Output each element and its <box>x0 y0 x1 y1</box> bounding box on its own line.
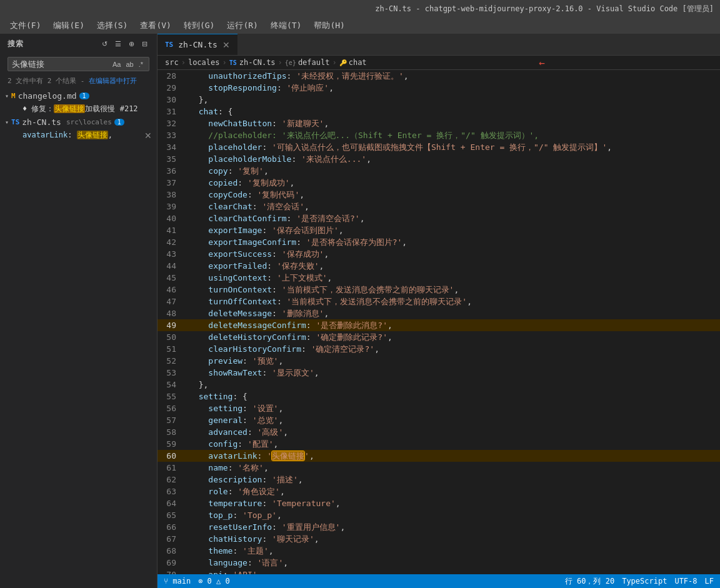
default-icon: {e} <box>285 59 296 66</box>
line-num-34: 34 <box>158 141 184 153</box>
breadcrumb-src[interactable]: src <box>165 58 179 67</box>
menu-run[interactable]: 运行(R) <box>222 19 262 32</box>
changelog-badge: 1 <box>79 92 89 99</box>
tab-label: zh-CN.ts <box>178 40 218 49</box>
line-num-52: 52 <box>158 355 184 367</box>
code-line-43: 43 exportSuccess: '保存成功', <box>158 248 720 260</box>
zhcn-filepath: src\locales <box>66 118 112 126</box>
match-word-button[interactable]: ab <box>124 60 135 69</box>
code-content-64: temperature: 'Temperature', <box>184 497 720 509</box>
menu-view[interactable]: 查看(V) <box>135 19 176 32</box>
breadcrumb-locales[interactable]: locales <box>188 58 220 67</box>
code-content-35: placeholderMobile: '来说点什么...', <box>184 153 720 165</box>
breadcrumb-default[interactable]: {e} default <box>285 58 330 67</box>
breadcrumb-zhcn[interactable]: zh-CN.ts <box>239 58 276 67</box>
code-line-67: 67 chatHistory: '聊天记录', <box>158 533 720 545</box>
code-line-35: 35 placeholderMobile: '来说点什么...', <box>158 153 720 165</box>
clear-results-button[interactable]: ☰ <box>113 39 123 49</box>
code-content-46: turnOnContext: '当前模式下，发送消息会携带之前的聊天记录', <box>184 284 720 296</box>
status-branch[interactable]: ⑂ main <box>164 577 191 586</box>
code-editor[interactable]: 28 unauthorizedTips: '未经授权，请先进行验证。', 29 … <box>158 70 720 574</box>
code-line-56: 56 setting: '设置', <box>158 402 720 414</box>
changelog-file-header[interactable]: ▾ M changelog.md 1 <box>0 89 157 102</box>
code-line-37: 37 copied: '复制成功', <box>158 177 720 189</box>
code-content-40: clearChatConfirm: '是否清空会话?', <box>184 212 720 224</box>
breadcrumb-sep-3: › <box>278 58 282 67</box>
line-num-70: 70 <box>158 569 184 574</box>
line-num-39: 39 <box>158 201 184 212</box>
code-content-32: newChatButton: '新建聊天', <box>184 117 720 129</box>
line-num-47: 47 <box>158 296 184 307</box>
code-line-63: 63 role: '角色设定', <box>158 486 720 497</box>
code-content-52: preview: '预览', <box>184 355 720 367</box>
breadcrumb-ts-icon: TS <box>229 59 237 66</box>
code-line-47: 47 turnOffContext: '当前模式下，发送消息不会携带之前的聊天记… <box>158 296 720 307</box>
menu-goto[interactable]: 转到(G) <box>179 19 219 32</box>
tab-close-button[interactable]: ✕ <box>222 41 230 49</box>
line-num-49: 49 <box>158 319 184 331</box>
line-num-45: 45 <box>158 272 184 284</box>
changelog-result[interactable]: ♦ 修复：头像链接加载很慢 #212 <box>0 102 157 116</box>
code-line-55: 55 setting: { <box>158 391 720 402</box>
code-line-70: 70 api: 'API', <box>158 569 720 574</box>
code-line-36: 36 copy: '复制', <box>158 165 720 177</box>
menu-select[interactable]: 选择(S) <box>92 19 132 32</box>
refresh-button[interactable]: ↺ <box>100 39 109 49</box>
line-num-51: 51 <box>158 343 184 355</box>
line-num-42: 42 <box>158 236 184 248</box>
code-content-70: api: 'API', <box>184 569 720 574</box>
match-case-button[interactable]: Aa <box>111 60 122 69</box>
line-num-35: 35 <box>158 153 184 165</box>
code-content-29: stopResponding: '停止响应', <box>184 82 720 94</box>
chevron-down-icon-2: ▾ <box>5 119 9 126</box>
breadcrumb-chat[interactable]: 🔑 chat <box>339 58 367 67</box>
status-errors[interactable]: ⊗ 0 △ 0 <box>198 577 230 586</box>
zhcn-result[interactable]: avatarLink: 头像链接, ✕ <box>0 129 157 142</box>
line-num-32: 32 <box>158 117 184 129</box>
code-line-64: 64 temperature: 'Temperature', <box>158 497 720 509</box>
use-regex-button[interactable]: .* <box>137 60 145 69</box>
new-file-button[interactable]: ⊕ <box>127 39 136 49</box>
collapse-button[interactable]: ⊟ <box>140 39 149 49</box>
menu-edit[interactable]: 编辑(E) <box>48 19 89 32</box>
line-num-38: 38 <box>158 189 184 201</box>
tab-zhcn[interactable]: TS zh-CN.ts ✕ <box>158 34 238 55</box>
tab-bar: TS zh-CN.ts ✕ <box>158 34 720 56</box>
line-num-37: 37 <box>158 177 184 189</box>
line-num-58: 58 <box>158 426 184 438</box>
line-num-67: 67 <box>158 533 184 545</box>
line-num-44: 44 <box>158 260 184 272</box>
code-line-58: 58 advanced: '高级', <box>158 426 720 438</box>
code-line-34: 34 placeholder: '可输入说点什么，也可贴截图或拖拽文件【Shif… <box>158 141 720 153</box>
code-content-36: copy: '复制', <box>184 165 720 177</box>
code-line-69: 69 language: '语言', <box>158 557 720 569</box>
line-num-53: 53 <box>158 367 184 379</box>
line-num-66: 66 <box>158 521 184 533</box>
code-content-45: usingContext: '上下文模式', <box>184 272 720 284</box>
line-num-31: 31 <box>158 106 184 117</box>
status-language[interactable]: TypeScript <box>622 577 667 586</box>
menu-help[interactable]: 帮助(H) <box>309 19 349 32</box>
code-content-30: }, <box>184 94 720 106</box>
code-line-59: 59 config: '配置', <box>158 438 720 450</box>
open-in-editor-link[interactable]: 在编辑器中打开 <box>89 77 137 85</box>
code-line-68: 68 theme: '主题', <box>158 545 720 557</box>
menu-file[interactable]: 文件(F) <box>5 19 46 32</box>
status-line-ending[interactable]: LF <box>705 577 714 586</box>
line-num-69: 69 <box>158 557 184 569</box>
menu-terminal[interactable]: 终端(T) <box>266 19 306 32</box>
line-num-48: 48 <box>158 307 184 319</box>
code-line-28: 28 unauthorizedTips: '未经授权，请先进行验证。', <box>158 70 720 82</box>
search-input[interactable] <box>12 59 87 69</box>
zhcn-file-header[interactable]: ▾ TS zh-CN.ts src\locales 1 <box>0 116 157 129</box>
title-bar: zh-CN.ts - chatgpt-web-midjourney-proxy-… <box>0 0 720 17</box>
status-position[interactable]: 行 60，列 20 <box>565 576 614 587</box>
remove-result-button[interactable]: ✕ <box>144 131 152 141</box>
changelog-match-text: ♦ 修复：头像链接加载很慢 #212 <box>22 104 138 114</box>
code-line-39: 39 clearChat: '清空会话', <box>158 201 720 212</box>
chevron-down-icon: ▾ <box>5 92 9 99</box>
line-num-30: 30 <box>158 94 184 106</box>
line-num-64: 64 <box>158 497 184 509</box>
code-content-48: deleteMessage: '删除消息', <box>184 307 720 319</box>
status-encoding[interactable]: UTF-8 <box>674 577 697 586</box>
